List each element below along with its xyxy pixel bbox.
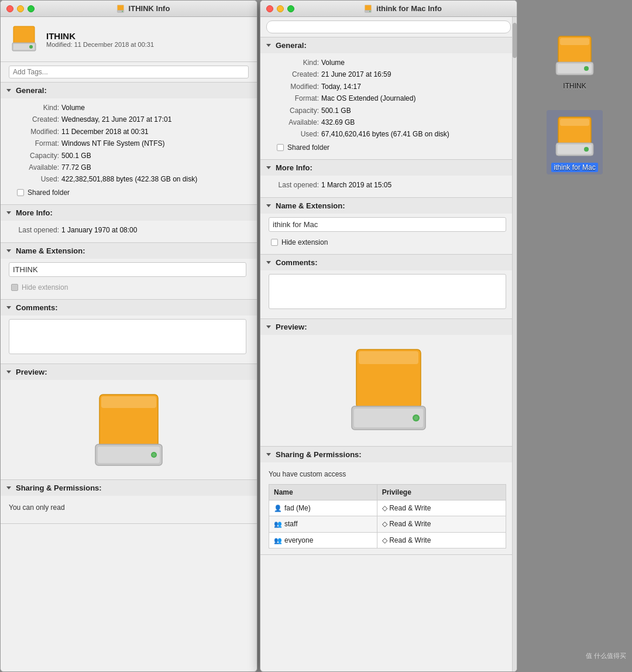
right-name-header[interactable]: Name & Extension: (260, 198, 517, 214)
left-comments-textarea[interactable] (9, 319, 246, 354)
table-row[interactable]: 👥staff◇ Read & Write (269, 516, 506, 532)
right-minimize-button[interactable] (277, 5, 284, 12)
right-sharing-header[interactable]: Sharing & Permissions: (260, 447, 517, 462)
right-col-name: Name (269, 484, 377, 500)
left-format-label: Format: (15, 138, 61, 149)
right-modified-label: Modified: (274, 81, 321, 92)
svg-point-26 (584, 66, 589, 71)
desktop-icon-ithink-mac[interactable]: ithink for Mac (547, 110, 603, 174)
permission-user: 👥everyone (269, 532, 377, 548)
left-sharing-header[interactable]: Sharing & Permissions: (1, 480, 257, 496)
right-created-label: Created: (274, 68, 321, 80)
left-preview-section: Preview: (1, 364, 257, 480)
right-more-info-triangle (266, 166, 271, 169)
right-name-input[interactable] (269, 217, 506, 232)
right-available-row: Available: 432.69 GB (274, 116, 509, 128)
right-shared-checkbox[interactable] (277, 144, 284, 151)
left-tags-input[interactable] (9, 66, 249, 78)
left-shared-label: Shared folder (28, 187, 70, 198)
right-more-info-header[interactable]: More Info: (260, 160, 517, 176)
left-sharing-label: Sharing & Permissions: (16, 484, 102, 492)
left-name-section: Name & Extension: Hide extension (1, 243, 257, 300)
ithink-desktop-label: ITHINK (563, 82, 586, 90)
right-scrollbar-track[interactable] (512, 17, 517, 671)
left-available-value: 77.72 GB (61, 162, 91, 173)
right-comments-triangle (266, 261, 271, 264)
right-comments-header[interactable]: Comments: (260, 255, 517, 270)
left-comments-header[interactable]: Comments: (1, 300, 257, 316)
left-modified-row: Modified: 11 December 2018 at 00:31 (15, 126, 249, 138)
left-hide-ext-checkbox[interactable] (11, 284, 18, 291)
svg-rect-8 (101, 396, 156, 408)
right-window-title: ithink for Mac Info (294, 4, 511, 13)
right-preview-body (260, 335, 517, 446)
left-hide-ext-row: Hide extension (9, 282, 249, 293)
right-sharing-section: Sharing & Permissions: You have custom a… (260, 447, 517, 555)
right-scrollbar-thumb[interactable] (513, 23, 517, 58)
right-window-content: General: Kind: Volume Created: 21 June 2… (260, 37, 517, 671)
svg-rect-10 (98, 447, 160, 463)
right-preview-header[interactable]: Preview: (260, 319, 517, 335)
desktop-icon-ithink[interactable]: ITHINK (547, 29, 603, 92)
right-used-row: Used: 67,410,620,416 bytes (67.41 GB on … (274, 128, 509, 140)
left-comments-section: Comments: (1, 300, 257, 364)
table-row[interactable]: 👤fad (Me)◇ Read & Write (269, 500, 506, 516)
right-search-input[interactable] (266, 20, 511, 33)
left-available-row: Available: 77.72 GB (15, 162, 249, 173)
right-traffic-lights (266, 5, 294, 12)
left-permission-note: You can only read (9, 499, 249, 517)
left-general-triangle (6, 89, 11, 92)
right-more-info-body: Last opened: 1 March 2019 at 15:05 (260, 176, 517, 197)
right-modified-value: Today, 14:17 (321, 81, 361, 92)
right-general-header[interactable]: General: (260, 37, 517, 53)
watermark: 值 什么值得买 (586, 652, 626, 660)
svg-point-21 (414, 416, 418, 420)
maximize-button[interactable] (28, 5, 35, 12)
right-comments-textarea[interactable] (269, 274, 506, 309)
permission-privilege: ◇ Read & Write (377, 516, 506, 532)
right-capacity-row: Capacity: 500.1 GB (274, 105, 509, 116)
right-name-triangle (266, 204, 271, 207)
right-hide-ext-checkbox[interactable] (271, 239, 278, 246)
table-row[interactable]: 👥everyone◇ Read & Write (269, 532, 506, 548)
close-button[interactable] (6, 5, 13, 12)
left-more-info-header[interactable]: More Info: (1, 205, 257, 221)
left-preview-drive-icon (85, 386, 173, 474)
svg-rect-0 (117, 5, 123, 11)
right-sharing-triangle (266, 453, 271, 456)
right-more-info-label: More Info: (276, 163, 312, 172)
right-hide-ext-label: Hide extension (281, 236, 328, 248)
left-file-header-info: ITHINK Modified: 11 December 2018 at 00:… (46, 31, 154, 48)
right-last-opened-row: Last opened: 1 March 2019 at 15:05 (274, 179, 509, 191)
right-preview-section: Preview: (260, 319, 517, 447)
right-close-button[interactable] (266, 5, 273, 12)
right-preview-label: Preview: (276, 323, 307, 331)
left-general-header[interactable]: General: (1, 83, 257, 98)
right-kind-value: Volume (321, 57, 345, 68)
left-shared-checkbox[interactable] (17, 189, 24, 196)
left-used-label: Used: (15, 173, 61, 185)
right-format-row: Format: Mac OS Extended (Journaled) (274, 92, 509, 104)
minimize-button[interactable] (17, 5, 24, 12)
ithink-mac-desktop-label: ithink for Mac (551, 163, 597, 172)
left-more-info-section: More Info: Last opened: 1 January 1970 a… (1, 205, 257, 242)
right-modified-row: Modified: Today, 14:17 (274, 81, 509, 92)
left-shared-row: Shared folder (15, 187, 249, 198)
right-general-triangle (266, 44, 271, 47)
left-last-opened-value: 1 January 1970 at 08:00 (61, 224, 137, 236)
left-name-header[interactable]: Name & Extension: (1, 243, 257, 259)
right-created-row: Created: 21 June 2017 at 16:59 (274, 68, 509, 80)
svg-rect-13 (365, 5, 371, 11)
left-name-input[interactable] (9, 262, 246, 277)
left-kind-value: Volume (61, 102, 85, 114)
right-maximize-button[interactable] (287, 5, 294, 12)
drive-icon (116, 4, 125, 13)
right-preview-drive-icon (339, 341, 438, 440)
left-more-info-body: Last opened: 1 January 1970 at 08:00 (1, 221, 257, 242)
right-kind-label: Kind: (274, 57, 321, 68)
permission-user: 👤fad (Me) (269, 500, 377, 516)
right-search-bar (260, 17, 517, 37)
right-comments-section: Comments: (260, 255, 517, 319)
left-preview-header[interactable]: Preview: (1, 364, 257, 380)
right-sharing-label: Sharing & Permissions: (276, 450, 362, 459)
